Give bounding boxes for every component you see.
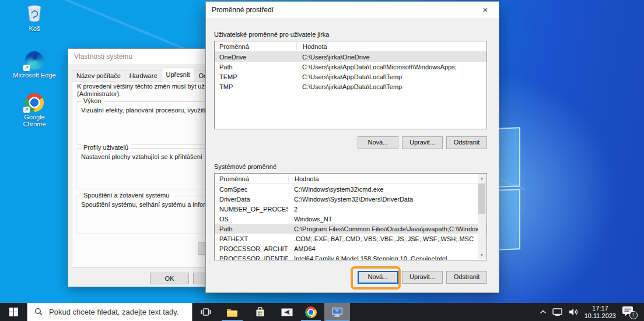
variable-value: C:\Windows\System32\Drivers\DriverData (288, 196, 487, 203)
variable-row[interactable]: PROCESSOR_IDENTIFIERIntel64 Family 6 Mod… (215, 253, 487, 260)
variable-row[interactable]: OneDriveC:\Users\jirka\OneDrive (215, 52, 487, 62)
taskbar-microsoft-store[interactable] (249, 303, 272, 321)
variable-name: ComSpec (215, 186, 288, 193)
variable-value: Windows_NT (288, 216, 487, 223)
user-variables-label: Uživatelské proměnné pro uživatele jirka (214, 31, 329, 38)
task-view-button[interactable] (195, 303, 217, 321)
system-variables-rows: ComSpecC:\Windows\system32\cmd.exeDriver… (215, 184, 487, 260)
scrollbar-thumb[interactable] (478, 184, 485, 214)
system-monitor-icon (331, 307, 343, 318)
tab-upresnit[interactable]: Upřesnit (162, 68, 195, 82)
mail-icon (281, 308, 293, 316)
variable-row[interactable]: ComSpecC:\Windows\system32\cmd.exe (215, 184, 487, 194)
variable-name: PROCESSOR_IDENTIFIER (215, 255, 288, 261)
column-header-variable[interactable]: Proměnná (215, 43, 297, 50)
start-button[interactable] (0, 303, 27, 321)
variable-row[interactable]: DriverDataC:\Windows\System32\Drivers\Dr… (215, 194, 487, 204)
action-center-button[interactable]: 1 (622, 306, 636, 319)
user-edit-button[interactable]: Upravit... (402, 136, 443, 149)
variable-value: Intel64 Family 6 Model 158 Stepping 10, … (288, 255, 487, 261)
variable-row[interactable]: PROCESSOR_ARCHITECTUREAMD64 (215, 244, 487, 253)
variable-value: C:\Windows\system32\cmd.exe (288, 186, 487, 193)
variable-name: NUMBER_OF_PROCESSORS (215, 206, 288, 213)
variable-row[interactable]: TMPC:\Users\jirka\AppData\Local\Temp (215, 82, 487, 91)
ok-button[interactable]: OK (150, 273, 189, 284)
chevron-up-icon[interactable] (540, 310, 547, 314)
system-edit-button[interactable]: Upravit... (402, 271, 443, 284)
variable-name: DriverData (215, 196, 288, 203)
volume-icon[interactable] (569, 308, 579, 316)
system-variables-table[interactable]: Proměnná Hodnota ComSpecC:\Windows\syste… (214, 173, 487, 260)
variable-value: AMD64 (288, 245, 487, 252)
shortcut-arrow-icon (23, 65, 30, 71)
taskbar-search[interactable]: Pokud chcete hledat, zadejte text tady. (27, 303, 192, 321)
file-explorer-icon (226, 308, 238, 317)
variable-name: OneDrive (215, 54, 296, 61)
group-label: Profily uživatelů (81, 144, 131, 151)
user-delete-button[interactable]: Odstranit (446, 136, 487, 149)
system-delete-button[interactable]: Odstranit (446, 271, 487, 284)
desktop-icon-label: Google Chrome (12, 114, 57, 128)
column-header-variable[interactable]: Proměnná (215, 175, 289, 182)
notification-badge: 1 (629, 311, 638, 319)
user-variables-table[interactable]: Proměnná Hodnota OneDriveC:\Users\jirka\… (214, 41, 487, 129)
variable-row[interactable]: TEMPC:\Users\jirka\AppData\Local\Temp (215, 72, 487, 82)
variable-value: C:\Users\jirka\AppData\Local\Temp (296, 83, 487, 90)
wallpaper-windows-logo-pane (496, 189, 520, 250)
variable-row[interactable]: PATHEXT.COM;.EXE;.BAT;.CMD;.VBS;.VBE;.JS… (215, 234, 487, 244)
clock-time: 17:17 (584, 305, 616, 312)
variable-row[interactable]: NUMBER_OF_PROCESSORS2 (215, 204, 487, 214)
chrome-icon (305, 306, 317, 318)
variable-value: C:\Users\jirka\OneDrive (296, 54, 487, 61)
table-header[interactable]: Proměnná Hodnota (215, 41, 487, 52)
user-variables-rows: OneDriveC:\Users\jirka\OneDrivePathC:\Us… (215, 52, 487, 91)
desktop-icon-label: Koš (10, 25, 59, 32)
taskbar-clock[interactable]: 17:17 10.11.2023 (584, 305, 616, 320)
group-label: Výkon (81, 97, 104, 104)
windows-logo-icon (9, 308, 18, 316)
desktop-icon-google-chrome[interactable]: Google Chrome (10, 93, 59, 128)
variable-name: Path (215, 64, 296, 70)
tab-nazev-pocitace[interactable]: Název počítače (72, 70, 125, 82)
column-header-value[interactable]: Hodnota (289, 175, 487, 182)
variable-value: .COM;.EXE;.BAT;.CMD;.VBS;.VBE;.JS;.JSE;.… (288, 235, 487, 242)
taskbar-file-explorer[interactable] (220, 303, 244, 321)
column-header-value[interactable]: Hodnota (297, 43, 487, 50)
variable-value: 2 (288, 206, 487, 213)
search-placeholder: Pokud chcete hledat, zadejte text tady. (49, 308, 178, 316)
task-view-icon (201, 308, 211, 316)
close-icon[interactable]: × (472, 2, 499, 18)
taskbar-chrome[interactable] (300, 303, 322, 321)
variable-name: TMP (215, 83, 296, 90)
dialog-title: Vlastnosti systému (74, 52, 132, 61)
system-variables-label: Systémové proměnné (214, 163, 276, 170)
desktop-icon-label: Microsoft Edge (12, 72, 57, 79)
table-header[interactable]: Proměnná Hodnota (215, 174, 487, 184)
tab-hardware[interactable]: Hardware (125, 70, 162, 82)
taskbar-mail[interactable] (275, 303, 299, 321)
taskbar-system-properties[interactable] (324, 303, 350, 321)
vertical-scrollbar[interactable]: ▲ ▼ (478, 174, 486, 259)
variable-row[interactable]: PathC:\Program Files\Common Files\Oracle… (215, 224, 487, 234)
variable-row[interactable]: OSWindows_NT (215, 214, 487, 224)
shortcut-arrow-icon (23, 107, 30, 113)
taskbar: Pokud chcete hledat, zadejte text tady. (0, 303, 644, 321)
network-icon[interactable] (552, 308, 563, 316)
scroll-down-icon[interactable]: ▼ (478, 251, 486, 259)
variable-value: C:\Program Files\Common Files\Oracle\Jav… (288, 225, 487, 232)
environment-variables-dialog: Proměnné prostředí × Uživatelské proměnn… (205, 1, 499, 293)
env-dialog-titlebar[interactable]: Proměnné prostředí × (206, 2, 499, 18)
variable-row[interactable]: PathC:\Users\jirka\AppData\Local\Microso… (215, 62, 487, 72)
user-new-button[interactable]: Nová... (358, 136, 398, 149)
desktop-icon-microsoft-edge[interactable]: Microsoft Edge (10, 51, 59, 79)
group-text: Nastavení plochy vztahující se k přihláš… (81, 153, 202, 160)
dialog-title: Proměnné prostředí (212, 6, 274, 14)
desktop-icon-recycle-bin[interactable]: Koš (10, 3, 59, 32)
search-icon (34, 308, 43, 316)
annotation-highlight-ring (351, 266, 401, 290)
variable-name: PATHEXT (215, 235, 288, 242)
microsoft-store-icon (255, 307, 265, 318)
clock-date: 10.11.2023 (584, 312, 616, 320)
scroll-up-icon[interactable]: ▲ (478, 174, 486, 182)
screen: Koš Microsoft Edge Google Chrome Vlastno… (0, 0, 644, 321)
